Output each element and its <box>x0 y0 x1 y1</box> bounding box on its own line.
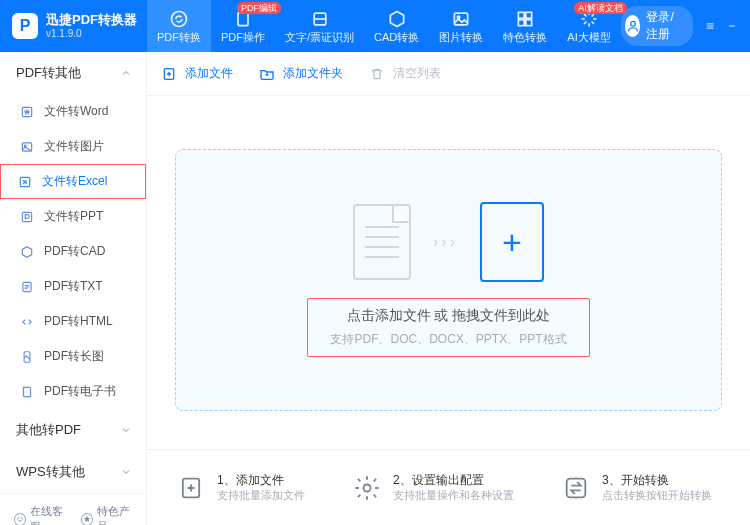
svg-rect-21 <box>567 478 586 497</box>
step-2: 2、设置输出配置 支持批量操作和各种设置 <box>353 472 514 503</box>
step-title: 3、开始转换 <box>602 472 712 488</box>
sidebar-item-to-ebook[interactable]: PDF转电子书 <box>0 374 146 409</box>
group-title: WPS转其他 <box>16 463 85 481</box>
steps-bar: 1、添加文件 支持批量添加文件 2、设置输出配置 支持批量操作和各种设置 3、开… <box>147 449 750 525</box>
add-folder-button[interactable]: 添加文件夹 <box>259 65 343 82</box>
scan-icon <box>310 9 330 29</box>
tab-pdf-operate[interactable]: PDF操作 PDF编辑 <box>211 0 275 52</box>
tab-ai[interactable]: AI大模型 AI解读文档 <box>557 0 620 52</box>
folder-plus-icon <box>259 66 275 82</box>
arrow-icon: ››› <box>433 233 458 251</box>
txt-icon <box>20 280 34 294</box>
sidebar-item-label: PDF转HTML <box>44 313 113 330</box>
footer-service-label: 在线客服 <box>30 504 69 525</box>
dropzone[interactable]: ››› + 点击添加文件 或 拖拽文件到此处 支持PDF、DOC、DOCX、PP… <box>175 149 722 411</box>
document-icon <box>353 204 411 280</box>
ppt-icon <box>20 210 34 224</box>
add-file-label: 添加文件 <box>185 65 233 82</box>
app-title: 迅捷PDF转换器 <box>46 13 137 28</box>
tab-label: CAD转换 <box>374 31 419 43</box>
gift-icon: ★ <box>81 513 93 526</box>
titlebar-tools: 登录/注册 <box>621 6 750 46</box>
brand: P 迅捷PDF转换器 v1.1.9.0 <box>0 13 147 39</box>
clear-list-button[interactable]: 清空列表 <box>369 65 441 82</box>
step-1: 1、添加文件 支持批量添加文件 <box>177 472 305 503</box>
cad-icon <box>20 245 34 259</box>
chevron-down-icon <box>120 424 132 436</box>
sidebar-group-other-to-pdf[interactable]: 其他转PDF <box>0 409 146 451</box>
svg-point-9 <box>630 21 635 26</box>
sidebar-item-to-excel[interactable]: 文件转Excel <box>0 164 146 199</box>
sidebar-item-to-html[interactable]: PDF转HTML <box>0 304 146 339</box>
sidebar: PDF转其他 文件转Word 文件转图片 文件转Excel 文件转PPT <box>0 52 147 525</box>
chevron-up-icon <box>120 67 132 79</box>
tab-special[interactable]: 特色转换 <box>493 0 557 52</box>
login-button[interactable]: 登录/注册 <box>621 6 693 46</box>
svg-point-0 <box>172 12 187 27</box>
brand-text: 迅捷PDF转换器 v1.1.9.0 <box>46 13 137 39</box>
sidebar-item-to-txt[interactable]: PDF转TXT <box>0 269 146 304</box>
dropzone-wrap: ››› + 点击添加文件 或 拖拽文件到此处 支持PDF、DOC、DOCX、PP… <box>147 96 750 449</box>
sidebar-group-wps-to-other[interactable]: WPS转其他 <box>0 451 146 493</box>
tab-image[interactable]: 图片转换 <box>429 0 493 52</box>
app-version: v1.1.9.0 <box>46 28 137 40</box>
sidebar-item-to-cad[interactable]: PDF转CAD <box>0 234 146 269</box>
header-tabs: PDF转换 PDF操作 PDF编辑 文字/票证识别 CAD转换 图片转换 特色转… <box>147 0 621 52</box>
tab-label: AI大模型 <box>567 31 610 43</box>
sidebar-item-label: PDF转TXT <box>44 278 103 295</box>
sidebar-item-label: 文件转Word <box>44 103 108 120</box>
sidebar-item-label: 文件转PPT <box>44 208 103 225</box>
footer-featured[interactable]: ★特色产品 <box>81 504 136 525</box>
add-folder-label: 添加文件夹 <box>283 65 343 82</box>
menu-icon[interactable] <box>705 19 715 33</box>
sidebar-item-to-ppt[interactable]: 文件转PPT <box>0 199 146 234</box>
refresh-circle-icon <box>169 9 189 29</box>
image-icon <box>20 140 34 154</box>
svg-rect-3 <box>455 13 468 25</box>
login-label: 登录/注册 <box>646 9 683 43</box>
svg-rect-5 <box>519 12 525 18</box>
step-title: 1、添加文件 <box>217 472 305 488</box>
dropzone-main-text: 点击添加文件 或 拖拽文件到此处 <box>330 307 566 325</box>
longimage-icon <box>20 350 34 364</box>
chevron-down-icon <box>120 466 132 478</box>
html-icon <box>20 315 34 329</box>
excel-icon <box>18 175 32 189</box>
titlebar: P 迅捷PDF转换器 v1.1.9.0 PDF转换 PDF操作 PDF编辑 文字… <box>0 0 750 52</box>
hexagon-icon <box>387 9 407 29</box>
gear-step-icon <box>353 474 381 502</box>
dropzone-text: 点击添加文件 或 拖拽文件到此处 支持PDF、DOC、DOCX、PPTX、PPT… <box>307 298 589 357</box>
step-title: 2、设置输出配置 <box>393 472 514 488</box>
sidebar-group-pdf-to-other[interactable]: PDF转其他 <box>0 52 146 94</box>
tab-pdf-convert[interactable]: PDF转换 <box>147 0 211 52</box>
add-file-button[interactable]: 添加文件 <box>161 65 233 82</box>
word-icon <box>20 105 34 119</box>
book-icon <box>20 385 34 399</box>
add-file-step-icon <box>177 474 205 502</box>
dropzone-illustration: ››› + <box>353 202 544 282</box>
tab-ocr[interactable]: 文字/票证识别 <box>275 0 364 52</box>
sidebar-item-label: 文件转图片 <box>44 138 104 155</box>
convert-step-icon <box>562 474 590 502</box>
step-3: 3、开始转换 点击转换按钮开始转换 <box>562 472 712 503</box>
clear-list-label: 清空列表 <box>393 65 441 82</box>
image-icon <box>451 9 471 29</box>
badge-ai: AI解读文档 <box>574 2 627 14</box>
plus-box-icon: + <box>480 202 544 282</box>
svg-rect-7 <box>519 20 525 26</box>
footer-featured-label: 特色产品 <box>97 504 136 525</box>
footer-service[interactable]: ☺在线客服 <box>14 504 69 525</box>
minimize-icon[interactable] <box>727 19 737 33</box>
sidebar-item-to-word[interactable]: 文件转Word <box>0 94 146 129</box>
tab-label: PDF操作 <box>221 31 265 43</box>
sidebar-footer: ☺在线客服 ★特色产品 <box>0 493 146 525</box>
sidebar-item-to-image[interactable]: 文件转图片 <box>0 129 146 164</box>
group-title: PDF转其他 <box>16 64 81 82</box>
sidebar-item-to-longimage[interactable]: PDF转长图 <box>0 339 146 374</box>
file-plus-icon <box>161 66 177 82</box>
svg-rect-15 <box>22 212 31 221</box>
tab-label: 文字/票证识别 <box>285 31 354 43</box>
tab-cad[interactable]: CAD转换 <box>364 0 429 52</box>
sidebar-items: 文件转Word 文件转图片 文件转Excel 文件转PPT PDF转CAD PD… <box>0 94 146 409</box>
sidebar-item-label: PDF转CAD <box>44 243 105 260</box>
